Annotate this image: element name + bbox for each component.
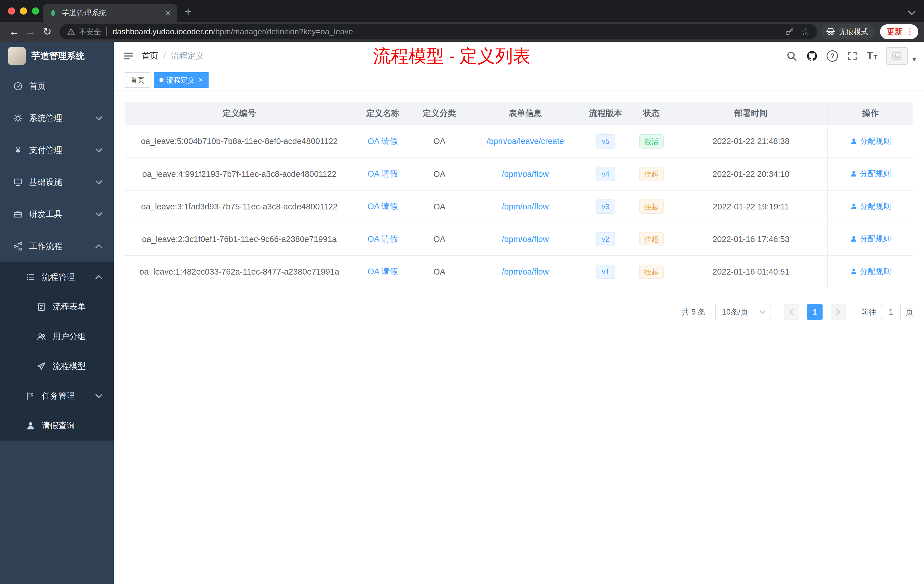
reload-button[interactable]: ↻	[39, 26, 55, 37]
bookmark-star-icon[interactable]: ☆	[801, 27, 810, 36]
cell-form: /bpm/oa/leave/create	[467, 125, 583, 158]
update-chrome-button[interactable]: 更新 ⋮	[880, 24, 918, 39]
form-link[interactable]: /bpm/oa/flow	[502, 170, 549, 178]
form-link[interactable]: /bpm/oa/flow	[502, 267, 549, 276]
assign-rule-link[interactable]: 分配规则	[850, 234, 891, 244]
table-row: oa_leave:2:3c1f0ef1-76b1-11ec-9c66-a2380…	[125, 223, 913, 256]
help-icon[interactable]: ?	[827, 50, 838, 62]
browser-tab[interactable]: 芋道管理系统 ×	[43, 4, 177, 22]
back-button[interactable]: ←	[6, 26, 22, 37]
password-key-icon[interactable]	[785, 27, 794, 36]
cell-definition-id: oa_leave:2:3c1f0ef1-76b1-11ec-9c66-a2380…	[125, 223, 354, 256]
cell-form: /bpm/oa/flow	[467, 223, 583, 256]
sidebar-logo[interactable]: 芋道管理系统	[0, 42, 114, 70]
avatar-caret-icon[interactable]: ▾	[912, 55, 916, 65]
sidebar-item-system[interactable]: 系统管理	[0, 102, 114, 134]
chevron-down-icon	[760, 310, 766, 314]
column-header-name: 定义名称	[354, 102, 411, 125]
zoom-window-button[interactable]	[32, 7, 39, 15]
cell-version: v4	[583, 158, 628, 190]
assign-rule-link[interactable]: 分配规则	[850, 168, 891, 179]
sidebar-item-leave-query[interactable]: 请假查询	[0, 411, 114, 440]
tag-process-definition[interactable]: 流程定义 ×	[154, 72, 209, 88]
sidebar-item-process-management[interactable]: 流程管理	[0, 262, 114, 292]
assign-rule-link[interactable]: 分配规则	[850, 136, 891, 146]
user-icon	[850, 203, 858, 210]
chevron-down-icon	[96, 394, 102, 398]
update-label: 更新	[887, 26, 902, 37]
logo-avatar	[8, 47, 26, 65]
sidebar-item-payment[interactable]: ¥ 支付管理	[0, 134, 114, 166]
form-link[interactable]: /bpm/oa/flow	[502, 234, 549, 244]
assign-rule-link[interactable]: 分配规则	[850, 266, 891, 277]
security-warning-icon[interactable]	[67, 27, 76, 36]
breadcrumb: 首页 / 流程定义	[142, 50, 204, 62]
cell-form: /bpm/oa/flow	[467, 158, 583, 190]
tab-search-icon[interactable]	[908, 10, 916, 15]
user-icon	[850, 235, 858, 243]
sidebar-item-home[interactable]: 首页	[0, 70, 114, 102]
sidebar-item-devtools[interactable]: 研发工具	[0, 198, 114, 230]
cell-category: OA	[411, 190, 467, 223]
tag-close-icon[interactable]: ×	[198, 76, 203, 84]
definition-name-link[interactable]: OA 请假	[368, 234, 398, 243]
definition-name-link[interactable]: OA 请假	[368, 202, 398, 211]
version-badge: v4	[596, 167, 615, 181]
definition-name-link[interactable]: OA 请假	[368, 169, 398, 178]
goto-page-input[interactable]	[881, 304, 901, 320]
cell-actions: 分配规则	[827, 190, 913, 223]
chevron-right-icon	[836, 309, 840, 315]
definition-name-link[interactable]: OA 请假	[368, 137, 398, 146]
sidebar-item-infrastructure[interactable]: 基础设施	[0, 166, 114, 198]
font-size-icon[interactable]: TT	[866, 51, 877, 60]
cell-definition-name: OA 请假	[354, 158, 411, 190]
cell-definition-name: OA 请假	[354, 125, 411, 158]
close-window-button[interactable]	[8, 7, 15, 15]
form-link[interactable]: /bpm/oa/flow	[502, 202, 549, 211]
minimize-window-button[interactable]	[20, 7, 27, 15]
new-tab-button[interactable]: +	[185, 6, 192, 18]
tab-close-icon[interactable]: ×	[165, 8, 171, 18]
prev-page-button[interactable]	[784, 304, 799, 320]
assign-rule-link[interactable]: 分配规则	[850, 201, 891, 211]
address-bar[interactable]: 不安全 dashboard.yudao.iocoder.cn /bpm/mana…	[59, 24, 817, 40]
sidebar-item-task-management[interactable]: 任务管理	[0, 381, 114, 411]
cell-category: OA	[411, 125, 467, 158]
status-badge: 激活	[639, 134, 664, 148]
definition-name-link[interactable]: OA 请假	[368, 267, 398, 276]
page-size-select[interactable]: 10条/页	[715, 304, 771, 320]
monitor-icon	[13, 177, 23, 187]
sidebar-collapse-icon[interactable]	[123, 50, 134, 62]
user-icon	[850, 137, 858, 145]
sidebar-submenu: 流程管理 流程表单 用户分组 流程模型 任务管理	[0, 262, 114, 440]
next-page-button[interactable]	[831, 304, 846, 320]
toolbox-icon	[13, 210, 23, 219]
sidebar-item-workflow[interactable]: 工作流程	[0, 230, 114, 262]
sidebar-item-label: 首页	[29, 81, 46, 92]
dashboard-icon	[13, 81, 23, 91]
page-size-value: 10条/页	[722, 307, 748, 317]
status-badge: 挂起	[639, 232, 664, 246]
current-page-button[interactable]: 1	[807, 304, 823, 320]
github-icon[interactable]	[806, 50, 818, 62]
table-row: oa_leave:1:482ec033-762a-11ec-8477-a2380…	[125, 256, 913, 288]
fullscreen-icon[interactable]	[846, 50, 858, 62]
avatar[interactable]	[886, 47, 908, 65]
browser-tab-strip: 芋道管理系统 × +	[0, 0, 924, 22]
sidebar-item-process-form[interactable]: 流程表单	[0, 292, 114, 322]
cell-category: OA	[411, 223, 467, 256]
annotation-text: 流程模型 - 定义列表	[373, 44, 531, 68]
browser-menu-icon[interactable]: ⋮	[906, 27, 914, 36]
sidebar-item-user-group[interactable]: 用户分组	[0, 322, 114, 351]
cell-deploy-time: 2022-01-22 20:34:10	[675, 158, 827, 190]
forward-button[interactable]: →	[22, 26, 39, 37]
tag-home[interactable]: 首页	[125, 72, 150, 88]
breadcrumb-home[interactable]: 首页	[142, 50, 158, 62]
tag-label: 首页	[130, 76, 145, 85]
page-unit-label: 页	[906, 307, 913, 317]
help-glyph: ?	[830, 52, 835, 60]
sidebar-item-process-model[interactable]: 流程模型	[0, 351, 114, 381]
cell-status: 挂起	[628, 190, 675, 223]
form-link[interactable]: /bpm/oa/leave/create	[487, 137, 564, 146]
search-icon[interactable]	[786, 50, 797, 62]
